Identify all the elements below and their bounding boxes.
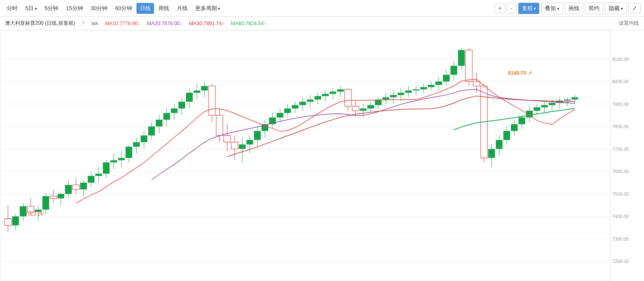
timeframe-monthly[interactable]: 月线 [173, 3, 191, 14]
low-annotation: 7322.00 [25, 211, 43, 217]
jianyue-button[interactable]: 简约 [585, 3, 603, 14]
fullscreen-button[interactable]: ⤢ [628, 3, 641, 13]
yincang-button[interactable]: 隐藏 [605, 3, 627, 14]
ma10-label: MA10:7778.96↓ [105, 21, 140, 26]
ma20-label: MA20:7878.00↓ [147, 21, 182, 26]
ma-bar: 澳大利亚标普200 (日线,前复权) ? MA MA10:7778.96↓ MA… [0, 17, 644, 30]
timeframe-5min[interactable]: 5分钟 [41, 3, 62, 14]
timeframe-5day[interactable]: 5日 [22, 3, 40, 14]
chart-title: 澳大利亚标普200 (日线,前复权) [5, 20, 75, 27]
zoom-out-button[interactable]: - [507, 3, 516, 13]
high-annotation: 8148.70 ↗ [508, 70, 532, 76]
huaxian-button[interactable]: 画线 [565, 3, 583, 14]
ma60-label: MA60:7824.54↑ [231, 21, 266, 26]
timeframe-weekly[interactable]: 周线 [155, 3, 173, 14]
chart-canvas[interactable] [0, 30, 644, 281]
settings-ma-button[interactable]: 设置均线 [619, 20, 639, 27]
timeframe-more[interactable]: 更多周期 [192, 3, 224, 14]
fuquan-button[interactable]: 复权 [518, 3, 540, 14]
ma-label: MA [91, 21, 98, 26]
chart-area: 8148.70 ↗ 7322.00 [0, 30, 644, 281]
timeframe-30min[interactable]: 30分钟 [87, 3, 111, 14]
toolbar-right: + - 复权 叠加 画线 简约 隐藏 ⤢ [495, 3, 641, 14]
timeframe-fen[interactable]: 分时 [3, 3, 21, 14]
gear-icon[interactable]: ? [82, 21, 85, 26]
toolbar: 分时 5日 5分钟 15分钟 30分钟 60分钟 日线 周线 月线 更多周期 +… [0, 0, 644, 17]
diejia-button[interactable]: 叠加 [541, 3, 563, 14]
timeframe-60min[interactable]: 60分钟 [112, 3, 135, 14]
ma30-label: MA30:7891.74↑ [189, 21, 224, 26]
timeframe-daily[interactable]: 日线 [136, 3, 154, 14]
zoom-in-button[interactable]: + [495, 3, 505, 13]
timeframe-15min[interactable]: 15分钟 [63, 3, 86, 14]
